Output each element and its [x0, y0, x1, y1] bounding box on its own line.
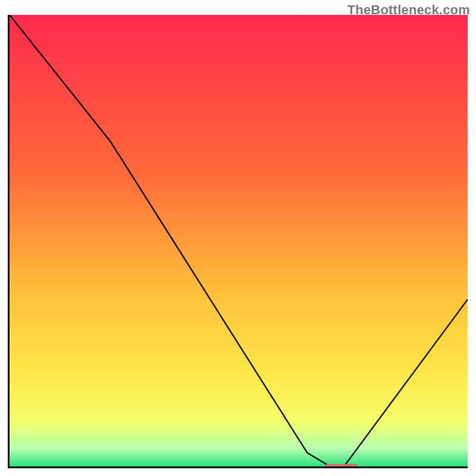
plot-area	[8, 15, 468, 468]
optimum-marker	[325, 464, 358, 468]
chart-container: TheBottleneck.com	[0, 0, 476, 476]
chart-svg	[10, 15, 468, 466]
gradient-background	[10, 15, 468, 466]
